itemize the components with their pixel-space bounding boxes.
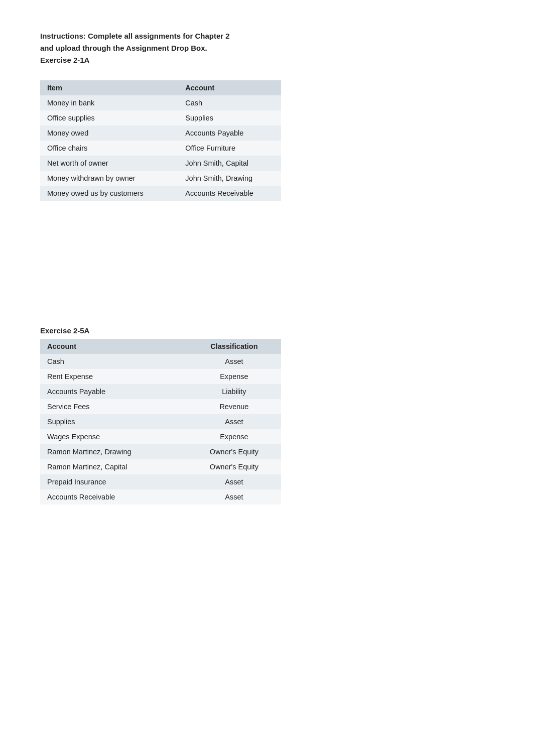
item-cell: Money withdrawn by owner (40, 171, 178, 186)
classification-cell: Owner's Equity (187, 459, 281, 474)
exercise-25a-title: Exercise 2-5A (40, 326, 493, 335)
table-25a-header-row: Account Classification (40, 339, 281, 354)
col-account-header: Account (178, 80, 281, 95)
table-row: Net worth of ownerJohn Smith, Capital (40, 156, 281, 171)
classification-cell: Asset (187, 354, 281, 369)
item-cell: Net worth of owner (40, 156, 178, 171)
account-cell: Accounts Receivable (40, 489, 187, 505)
account-cell: Service Fees (40, 399, 187, 414)
account-cell: Accounts Payable (40, 384, 187, 399)
table-row: Accounts PayableLiability (40, 384, 281, 399)
table-row: Wages ExpenseExpense (40, 429, 281, 444)
account-cell: Ramon Martinez, Capital (40, 459, 187, 474)
table-row: Ramon Martinez, DrawingOwner's Equity (40, 444, 281, 459)
classification-cell: Expense (187, 369, 281, 384)
table-row: Money in bankCash (40, 95, 281, 110)
table-header-row: Item Account (40, 80, 281, 95)
table-row: Money owedAccounts Payable (40, 125, 281, 141)
exercise-25a-table: Account Classification CashAssetRent Exp… (40, 339, 281, 505)
table-row: Office suppliesSupplies (40, 110, 281, 125)
account-cell: Supplies (40, 414, 187, 429)
item-cell: Money in bank (40, 95, 178, 110)
item-cell: Money owed (40, 125, 178, 141)
classification-cell: Expense (187, 429, 281, 444)
item-cell: Money owed us by customers (40, 186, 178, 201)
spacer-between-exercises (40, 221, 493, 301)
classification-cell: Liability (187, 384, 281, 399)
account-cell: Supplies (178, 110, 281, 125)
table-row: Service FeesRevenue (40, 399, 281, 414)
account-cell: Rent Expense (40, 369, 187, 384)
account-cell: Cash (40, 354, 187, 369)
item-cell: Office chairs (40, 141, 178, 156)
account-cell: John Smith, Capital (178, 156, 281, 171)
account-cell: Office Furniture (178, 141, 281, 156)
instruction-line3: Exercise 2-1A (40, 56, 89, 64)
account-cell: Accounts Receivable (178, 186, 281, 201)
col-25a-account-header: Account (40, 339, 187, 354)
account-cell: Cash (178, 95, 281, 110)
table-row: Rent ExpenseExpense (40, 369, 281, 384)
table-row: CashAsset (40, 354, 281, 369)
table-row: Accounts ReceivableAsset (40, 489, 281, 505)
classification-cell: Asset (187, 489, 281, 505)
table-row: Money withdrawn by ownerJohn Smith, Draw… (40, 171, 281, 186)
classification-cell: Asset (187, 414, 281, 429)
classification-cell: Owner's Equity (187, 444, 281, 459)
account-cell: Accounts Payable (178, 125, 281, 141)
instruction-line2: and upload through the Assignment Drop B… (40, 44, 207, 52)
table-row: Ramon Martinez, CapitalOwner's Equity (40, 459, 281, 474)
classification-cell: Asset (187, 474, 281, 489)
table-row: SuppliesAsset (40, 414, 281, 429)
exercise-21a-table: Item Account Money in bankCashOffice sup… (40, 80, 281, 201)
account-cell: Ramon Martinez, Drawing (40, 444, 187, 459)
table-row: Money owed us by customersAccounts Recei… (40, 186, 281, 201)
col-item-header: Item (40, 80, 178, 95)
classification-cell: Revenue (187, 399, 281, 414)
instructions: Instructions: Complete all assignments f… (40, 30, 493, 66)
item-cell: Office supplies (40, 110, 178, 125)
col-25a-classification-header: Classification (187, 339, 281, 354)
instruction-line1: Instructions: Complete all assignments f… (40, 32, 230, 40)
account-cell: Wages Expense (40, 429, 187, 444)
table-row: Office chairsOffice Furniture (40, 141, 281, 156)
table-row: Prepaid InsuranceAsset (40, 474, 281, 489)
account-cell: John Smith, Drawing (178, 171, 281, 186)
account-cell: Prepaid Insurance (40, 474, 187, 489)
